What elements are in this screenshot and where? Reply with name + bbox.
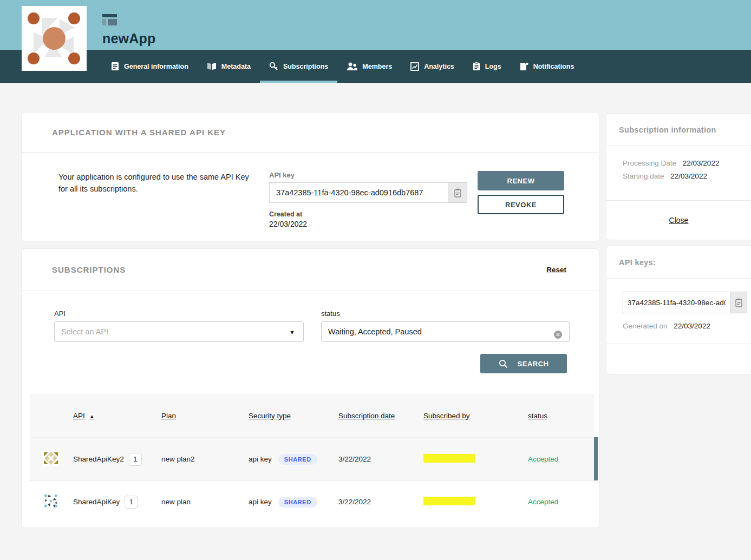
api-keys-title: API keys: [606, 246, 751, 279]
search-button[interactable]: SEARCH [480, 354, 567, 373]
api-avatar [43, 493, 59, 511]
status-badge: Accepted [506, 498, 594, 506]
api-count-badge: 1 [125, 496, 138, 509]
subscription-date: 3/22/2022 [333, 498, 420, 506]
created-at-value: 22/03/2022 [269, 220, 467, 228]
api-name: SharedApiKey [73, 498, 120, 506]
tab-label: Analytics [424, 63, 454, 70]
created-at-label: Created at [269, 210, 467, 218]
api-avatar [43, 450, 59, 469]
key-icon [269, 62, 278, 71]
tab-metadata[interactable]: Metadata [198, 50, 260, 83]
application-logo [22, 6, 87, 71]
subscriptions-card-title: SUBSCRIPTIONS [52, 265, 126, 274]
sort-ascending-icon[interactable]: ▲ [89, 413, 95, 419]
application-logo-image [22, 6, 87, 71]
search-icon [499, 359, 508, 368]
revoke-button[interactable]: REVOKE [478, 195, 564, 214]
sidebar-api-key-input[interactable] [623, 292, 730, 313]
column-header-security-type[interactable]: Security type [246, 412, 333, 420]
processing-date-row: Processing Date 22/03/2022 [623, 159, 751, 167]
plan-name: new plan [159, 498, 246, 506]
api-count-badge: 1 [129, 453, 142, 466]
api-filter-label: API [54, 309, 304, 318]
tab-members[interactable]: Members [337, 50, 401, 83]
column-header-plan[interactable]: Plan [159, 412, 246, 420]
tab-logs[interactable]: Logs [463, 50, 511, 83]
api-filter-select[interactable] [54, 321, 304, 342]
status-filter-input[interactable] [321, 321, 570, 342]
status-badge: Accepted [506, 455, 594, 463]
processing-date-value: 22/03/2022 [683, 159, 720, 167]
table-header-row: API▲ Plan Security type Subscription dat… [30, 394, 594, 437]
people-icon [347, 62, 357, 70]
generated-on-row: Generated on 22/03/2022 [623, 322, 751, 330]
clipboard-copy-icon [735, 298, 742, 307]
clipboard-icon [473, 62, 480, 71]
book-icon [207, 62, 217, 70]
starting-date-row: Starting date 22/03/2022 [623, 172, 751, 180]
shared-api-key-card-title: APPLICATION WITH A SHARED API KEY [52, 128, 226, 137]
subscribed-by-redacted [423, 497, 475, 505]
api-key-input[interactable] [269, 182, 448, 203]
shared-badge: SHARED [278, 497, 317, 508]
status-filter-label: status [321, 309, 570, 318]
copy-api-key-button[interactable] [448, 182, 467, 203]
generated-on-value: 22/03/2022 [674, 322, 710, 330]
tab-label: Metadata [221, 63, 251, 70]
tab-notifications[interactable]: Notifications [511, 50, 584, 83]
column-header-subscribed-by[interactable]: Subscribed by [420, 412, 506, 420]
chart-icon [410, 62, 419, 71]
reset-link[interactable]: Reset [546, 266, 566, 274]
subscription-information-title: Subscription information [606, 114, 751, 146]
tab-general-information[interactable]: General information [102, 50, 198, 83]
application-window-icon [102, 14, 117, 25]
sidebar-copy-api-key-button[interactable] [730, 292, 747, 313]
shared-badge: SHARED [278, 454, 317, 465]
plan-name: new plan2 [159, 455, 246, 463]
api-avatar-image-gold [43, 450, 59, 466]
shared-api-key-card: APPLICATION WITH A SHARED API KEY Your a… [22, 113, 599, 241]
app-navbar: General information Metadata Subscriptio… [0, 50, 751, 83]
search-button-label: SEARCH [518, 360, 549, 368]
tab-label: Notifications [533, 63, 574, 70]
column-header-subscription-date[interactable]: Subscription date [333, 412, 420, 420]
tab-label: General information [124, 63, 188, 70]
api-key-label: API key [269, 171, 467, 179]
column-header-api[interactable]: API▲ [72, 412, 159, 420]
tab-subscriptions[interactable]: Subscriptions [260, 50, 337, 83]
starting-date-label: Starting date [623, 172, 664, 180]
tab-label: Members [362, 63, 392, 70]
document-icon [111, 62, 119, 71]
generated-on-label: Generated on [623, 322, 668, 330]
page-dot-icon [520, 62, 528, 71]
subscribed-by-redacted [423, 454, 475, 463]
table-scrollbar[interactable] [594, 437, 598, 480]
page-title: newApp [102, 31, 155, 47]
close-link[interactable]: Close [669, 216, 689, 225]
renew-button[interactable]: RENEW [478, 171, 564, 190]
tab-analytics[interactable]: Analytics [401, 50, 463, 83]
tab-label: Logs [485, 63, 501, 70]
security-type: api key [249, 455, 272, 463]
starting-date-value: 22/03/2022 [670, 172, 707, 180]
api-name: SharedApiKey2 [73, 455, 124, 463]
subscription-date: 3/22/2022 [333, 455, 420, 463]
subscriptions-table: API▲ Plan Security type Subscription dat… [30, 394, 594, 523]
table-row[interactable]: SharedApiKey21 new plan2 api keySHARED 3… [30, 437, 594, 480]
clear-status-icon[interactable]: ✕ [554, 331, 562, 339]
subscriptions-card: SUBSCRIPTIONS Reset API ▼ status ✕ SEARC… [22, 249, 599, 528]
tab-label: Subscriptions [283, 63, 328, 70]
subscription-information-panel: Subscription information Processing Date… [606, 114, 751, 240]
processing-date-label: Processing Date [623, 159, 676, 167]
shared-key-description: Your application is configured to use th… [58, 171, 258, 228]
table-row[interactable]: SharedApiKey1 new plan api keySHARED 3/2… [30, 480, 594, 523]
security-type: api key [249, 498, 272, 506]
clipboard-copy-icon [454, 188, 461, 197]
api-avatar-image-teal [43, 493, 59, 509]
app-title-block: newApp [102, 14, 155, 47]
api-keys-panel: API keys: Generated on 22/03/2022 [606, 246, 751, 374]
column-header-status[interactable]: status [506, 412, 594, 420]
